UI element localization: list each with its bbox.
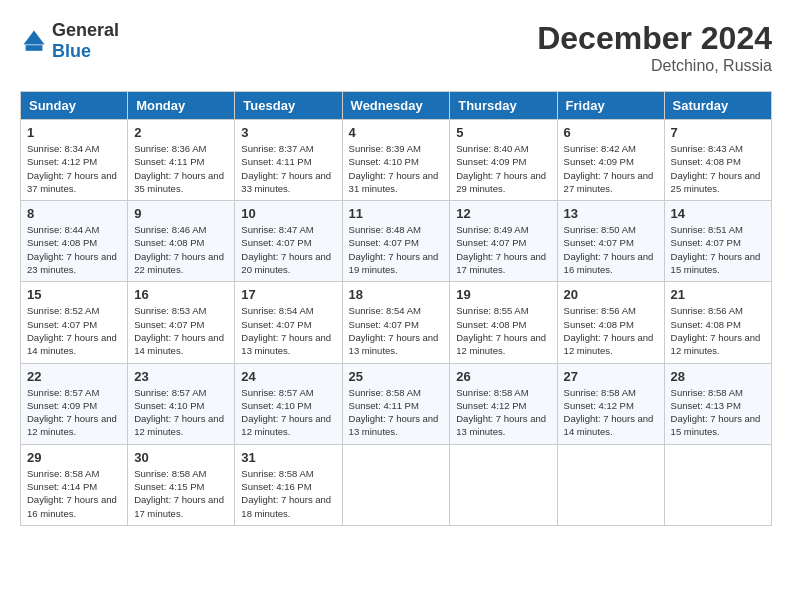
day-number: 4: [349, 125, 444, 140]
calendar-cell: 28Sunrise: 8:58 AMSunset: 4:13 PMDayligh…: [664, 363, 771, 444]
day-info: Sunrise: 8:44 AMSunset: 4:08 PMDaylight:…: [27, 223, 121, 276]
calendar-cell: 2Sunrise: 8:36 AMSunset: 4:11 PMDaylight…: [128, 120, 235, 201]
col-header-wednesday: Wednesday: [342, 92, 450, 120]
day-info: Sunrise: 8:57 AMSunset: 4:10 PMDaylight:…: [241, 386, 335, 439]
calendar-cell: 3Sunrise: 8:37 AMSunset: 4:11 PMDaylight…: [235, 120, 342, 201]
calendar-cell: 26Sunrise: 8:58 AMSunset: 4:12 PMDayligh…: [450, 363, 557, 444]
calendar-cell: 8Sunrise: 8:44 AMSunset: 4:08 PMDaylight…: [21, 201, 128, 282]
day-info: Sunrise: 8:56 AMSunset: 4:08 PMDaylight:…: [671, 304, 765, 357]
calendar-week-row: 22Sunrise: 8:57 AMSunset: 4:09 PMDayligh…: [21, 363, 772, 444]
calendar-cell: 21Sunrise: 8:56 AMSunset: 4:08 PMDayligh…: [664, 282, 771, 363]
calendar-cell: 11Sunrise: 8:48 AMSunset: 4:07 PMDayligh…: [342, 201, 450, 282]
calendar-cell: [557, 444, 664, 525]
day-info: Sunrise: 8:34 AMSunset: 4:12 PMDaylight:…: [27, 142, 121, 195]
day-number: 9: [134, 206, 228, 221]
calendar-cell: 12Sunrise: 8:49 AMSunset: 4:07 PMDayligh…: [450, 201, 557, 282]
day-info: Sunrise: 8:57 AMSunset: 4:10 PMDaylight:…: [134, 386, 228, 439]
calendar-cell: 20Sunrise: 8:56 AMSunset: 4:08 PMDayligh…: [557, 282, 664, 363]
calendar-week-row: 15Sunrise: 8:52 AMSunset: 4:07 PMDayligh…: [21, 282, 772, 363]
col-header-monday: Monday: [128, 92, 235, 120]
calendar-cell: 24Sunrise: 8:57 AMSunset: 4:10 PMDayligh…: [235, 363, 342, 444]
day-number: 2: [134, 125, 228, 140]
day-number: 27: [564, 369, 658, 384]
day-info: Sunrise: 8:37 AMSunset: 4:11 PMDaylight:…: [241, 142, 335, 195]
day-number: 20: [564, 287, 658, 302]
calendar-week-row: 29Sunrise: 8:58 AMSunset: 4:14 PMDayligh…: [21, 444, 772, 525]
day-info: Sunrise: 8:58 AMSunset: 4:12 PMDaylight:…: [456, 386, 550, 439]
calendar-cell: 14Sunrise: 8:51 AMSunset: 4:07 PMDayligh…: [664, 201, 771, 282]
day-info: Sunrise: 8:58 AMSunset: 4:16 PMDaylight:…: [241, 467, 335, 520]
calendar-cell: 13Sunrise: 8:50 AMSunset: 4:07 PMDayligh…: [557, 201, 664, 282]
calendar-cell: 29Sunrise: 8:58 AMSunset: 4:14 PMDayligh…: [21, 444, 128, 525]
calendar-cell: 5Sunrise: 8:40 AMSunset: 4:09 PMDaylight…: [450, 120, 557, 201]
day-number: 17: [241, 287, 335, 302]
day-number: 5: [456, 125, 550, 140]
calendar-cell: 22Sunrise: 8:57 AMSunset: 4:09 PMDayligh…: [21, 363, 128, 444]
day-number: 6: [564, 125, 658, 140]
calendar-cell: 18Sunrise: 8:54 AMSunset: 4:07 PMDayligh…: [342, 282, 450, 363]
day-number: 11: [349, 206, 444, 221]
day-number: 26: [456, 369, 550, 384]
day-info: Sunrise: 8:55 AMSunset: 4:08 PMDaylight:…: [456, 304, 550, 357]
day-info: Sunrise: 8:36 AMSunset: 4:11 PMDaylight:…: [134, 142, 228, 195]
day-info: Sunrise: 8:47 AMSunset: 4:07 PMDaylight:…: [241, 223, 335, 276]
calendar-cell: [450, 444, 557, 525]
day-number: 8: [27, 206, 121, 221]
calendar-cell: 19Sunrise: 8:55 AMSunset: 4:08 PMDayligh…: [450, 282, 557, 363]
calendar-cell: 23Sunrise: 8:57 AMSunset: 4:10 PMDayligh…: [128, 363, 235, 444]
day-number: 13: [564, 206, 658, 221]
calendar-cell: 7Sunrise: 8:43 AMSunset: 4:08 PMDaylight…: [664, 120, 771, 201]
calendar-table: SundayMondayTuesdayWednesdayThursdayFrid…: [20, 91, 772, 526]
calendar-cell: 4Sunrise: 8:39 AMSunset: 4:10 PMDaylight…: [342, 120, 450, 201]
calendar-header-row: SundayMondayTuesdayWednesdayThursdayFrid…: [21, 92, 772, 120]
day-info: Sunrise: 8:58 AMSunset: 4:12 PMDaylight:…: [564, 386, 658, 439]
calendar-cell: 16Sunrise: 8:53 AMSunset: 4:07 PMDayligh…: [128, 282, 235, 363]
svg-rect-1: [26, 45, 43, 51]
day-info: Sunrise: 8:56 AMSunset: 4:08 PMDaylight:…: [564, 304, 658, 357]
day-info: Sunrise: 8:54 AMSunset: 4:07 PMDaylight:…: [349, 304, 444, 357]
day-number: 14: [671, 206, 765, 221]
day-number: 30: [134, 450, 228, 465]
day-number: 21: [671, 287, 765, 302]
calendar-cell: 6Sunrise: 8:42 AMSunset: 4:09 PMDaylight…: [557, 120, 664, 201]
day-info: Sunrise: 8:39 AMSunset: 4:10 PMDaylight:…: [349, 142, 444, 195]
day-number: 19: [456, 287, 550, 302]
day-number: 24: [241, 369, 335, 384]
day-number: 28: [671, 369, 765, 384]
day-info: Sunrise: 8:58 AMSunset: 4:13 PMDaylight:…: [671, 386, 765, 439]
day-number: 3: [241, 125, 335, 140]
day-number: 29: [27, 450, 121, 465]
day-number: 12: [456, 206, 550, 221]
calendar-cell: 27Sunrise: 8:58 AMSunset: 4:12 PMDayligh…: [557, 363, 664, 444]
col-header-thursday: Thursday: [450, 92, 557, 120]
day-info: Sunrise: 8:54 AMSunset: 4:07 PMDaylight:…: [241, 304, 335, 357]
day-number: 10: [241, 206, 335, 221]
day-number: 18: [349, 287, 444, 302]
day-info: Sunrise: 8:49 AMSunset: 4:07 PMDaylight:…: [456, 223, 550, 276]
logo-blue: Blue: [52, 41, 91, 61]
day-info: Sunrise: 8:51 AMSunset: 4:07 PMDaylight:…: [671, 223, 765, 276]
day-info: Sunrise: 8:58 AMSunset: 4:15 PMDaylight:…: [134, 467, 228, 520]
day-info: Sunrise: 8:50 AMSunset: 4:07 PMDaylight:…: [564, 223, 658, 276]
title-area: December 2024 Detchino, Russia: [537, 20, 772, 75]
day-number: 22: [27, 369, 121, 384]
day-info: Sunrise: 8:52 AMSunset: 4:07 PMDaylight:…: [27, 304, 121, 357]
logo-text: General Blue: [52, 20, 119, 62]
day-info: Sunrise: 8:42 AMSunset: 4:09 PMDaylight:…: [564, 142, 658, 195]
calendar-week-row: 1Sunrise: 8:34 AMSunset: 4:12 PMDaylight…: [21, 120, 772, 201]
page-header: General Blue December 2024 Detchino, Rus…: [20, 20, 772, 75]
day-number: 7: [671, 125, 765, 140]
day-info: Sunrise: 8:43 AMSunset: 4:08 PMDaylight:…: [671, 142, 765, 195]
day-number: 15: [27, 287, 121, 302]
calendar-cell: 31Sunrise: 8:58 AMSunset: 4:16 PMDayligh…: [235, 444, 342, 525]
month-title: December 2024: [537, 20, 772, 57]
col-header-saturday: Saturday: [664, 92, 771, 120]
day-info: Sunrise: 8:40 AMSunset: 4:09 PMDaylight:…: [456, 142, 550, 195]
calendar-cell: [664, 444, 771, 525]
calendar-cell: 10Sunrise: 8:47 AMSunset: 4:07 PMDayligh…: [235, 201, 342, 282]
calendar-cell: 1Sunrise: 8:34 AMSunset: 4:12 PMDaylight…: [21, 120, 128, 201]
calendar-cell: 25Sunrise: 8:58 AMSunset: 4:11 PMDayligh…: [342, 363, 450, 444]
calendar-cell: [342, 444, 450, 525]
day-number: 25: [349, 369, 444, 384]
logo-icon: [20, 27, 48, 55]
